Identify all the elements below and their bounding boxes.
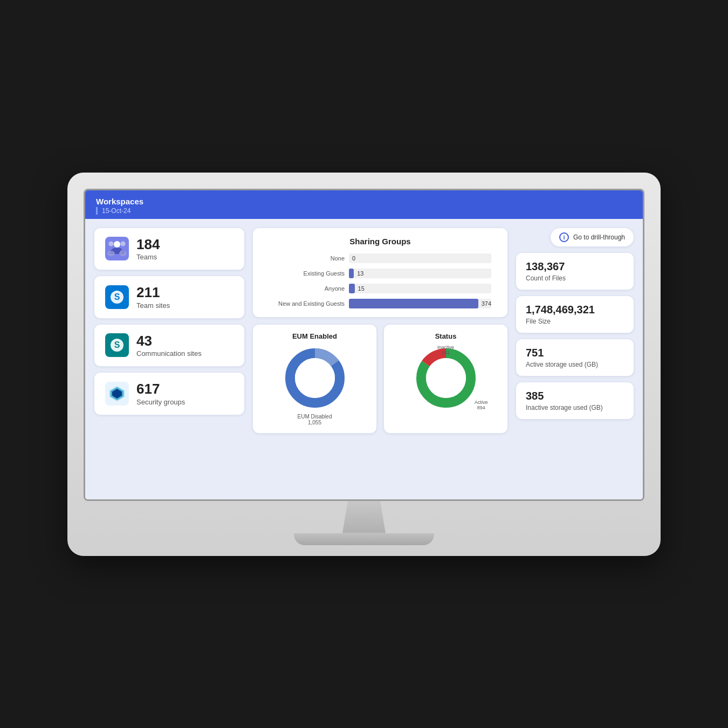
security-groups-stat-card: 617 Security groups [94,372,245,415]
screen-header: Workspaces 15-Oct-24 [85,190,643,219]
eum-enabled-card: EUM Enabled EUM Disabled [252,324,377,434]
security-groups-stat-info: 617 Security groups [136,381,185,406]
azure-icon [105,382,129,406]
count-files-number: 138,367 [526,260,624,273]
svg-text:S: S [114,340,120,349]
svg-point-1 [114,241,120,248]
left-column: 184 Teams S 211 Team s [94,228,245,491]
svg-text:S: S [114,292,120,301]
bar-track-anyone: 15 [349,284,491,293]
security-groups-label: Security groups [136,398,185,406]
teams-icon [105,237,129,260]
file-size-number: 1,748,469,321 [526,304,624,316]
bar-fill-anyone [349,284,355,293]
teams-stat-info: 184 Teams [136,237,160,262]
bar-label-none: None [269,255,345,262]
active-storage-label: Active storage used (GB) [526,361,624,368]
bar-fill-existing-guests [349,269,354,278]
comm-sites-count: 43 [136,333,202,349]
active-storage-number: 751 [526,347,624,359]
inactive-storage-card: 385 Inactive storage used (GB) [516,382,634,420]
svg-point-5 [107,251,115,256]
status-title: Status [435,332,457,340]
right-column: i Go to drill-through 138,367 Count of F… [516,228,634,491]
drill-through-button[interactable]: i Go to drill-through [550,228,634,247]
comm-sites-stat-info: 43 Communication sites [136,333,202,358]
bar-fill-new-existing-guests [349,299,478,308]
eum-donut-wrapper [283,346,347,410]
page-title: Workspaces [96,197,632,206]
bar-track-none: 0 [349,253,491,263]
page-date: 15-Oct-24 [96,207,632,215]
file-size-card: 1,748,469,321 File Size [516,296,634,333]
sharing-groups-title: Sharing Groups [264,237,497,246]
sharing-groups-chart: None 0 Existing Guests 13 [264,253,497,308]
monitor-base [294,533,434,545]
teams-label: Teams [136,253,160,261]
bar-label-anyone: Anyone [269,285,345,292]
team-sites-label: Team sites [136,301,170,310]
info-icon: i [559,232,569,242]
inactive-storage-number: 385 [526,390,624,402]
svg-point-21 [426,358,466,398]
svg-point-2 [121,242,126,246]
team-sites-stat-card: S 211 Team sites [94,276,245,319]
bar-value-none: 0 [352,255,355,262]
mid-bottom-row: EUM Enabled EUM Disabled [252,324,508,434]
dashboard-body: 184 Teams S 211 Team s [85,219,643,499]
monitor-frame: Workspaces 15-Oct-24 [67,173,661,556]
bar-row-new-existing-guests: New and Existing Guests 374 [269,299,491,308]
inactive-storage-label: Inactive storage used (GB) [526,404,624,411]
svg-point-3 [109,242,114,246]
count-files-label: Count of Files [526,274,624,282]
comm-sites-stat-card: S 43 Communication sites [94,324,245,367]
active-storage-card: 751 Active storage used (GB) [516,339,634,376]
status-donut-svg [414,346,478,410]
bar-value-anyone: 15 [358,285,365,292]
team-sites-stat-info: 211 Team sites [136,285,170,310]
status-card: Status Inactive 161 [383,324,508,434]
monitor-screen: Workspaces 15-Oct-24 [84,189,644,501]
teams-count: 184 [136,237,160,252]
sharing-groups-card: Sharing Groups None 0 Existing [252,228,508,318]
count-files-card: 138,367 Count of Files [516,252,634,290]
bar-label-existing-guests: Existing Guests [269,270,345,277]
svg-point-18 [295,358,335,398]
bar-row-none: None 0 [269,253,491,263]
bar-row-existing-guests: Existing Guests 13 [269,269,491,278]
security-groups-count: 617 [136,381,185,397]
sharepoint-blue-icon: S [105,285,129,309]
bar-track-new-existing-guests: 374 [349,299,491,308]
team-sites-count: 211 [136,285,170,300]
monitor-neck [337,501,391,533]
status-donut-wrapper: Inactive 161 [414,346,478,410]
comm-sites-label: Communication sites [136,349,202,358]
drill-through-label: Go to drill-through [573,233,625,241]
eum-donut-svg [283,346,347,410]
active-label: Active 894 [475,400,488,410]
bar-track-existing-guests: 13 [349,269,491,278]
inactive-label: Inactive 161 [437,345,454,355]
teams-stat-card: 184 Teams [94,228,245,271]
svg-point-4 [119,251,127,256]
eum-disabled-label: EUM Disabled 1,055 [298,414,332,425]
bar-value-new-existing-guests: 374 [482,300,491,307]
file-size-label: File Size [526,318,624,325]
bar-value-existing-guests: 13 [357,270,363,277]
sharepoint-teal-icon: S [105,333,129,357]
middle-column: Sharing Groups None 0 Existing [252,228,508,491]
eum-enabled-title: EUM Enabled [292,332,337,340]
bar-row-anyone: Anyone 15 [269,284,491,293]
bar-label-new-existing-guests: New and Existing Guests [269,300,345,307]
